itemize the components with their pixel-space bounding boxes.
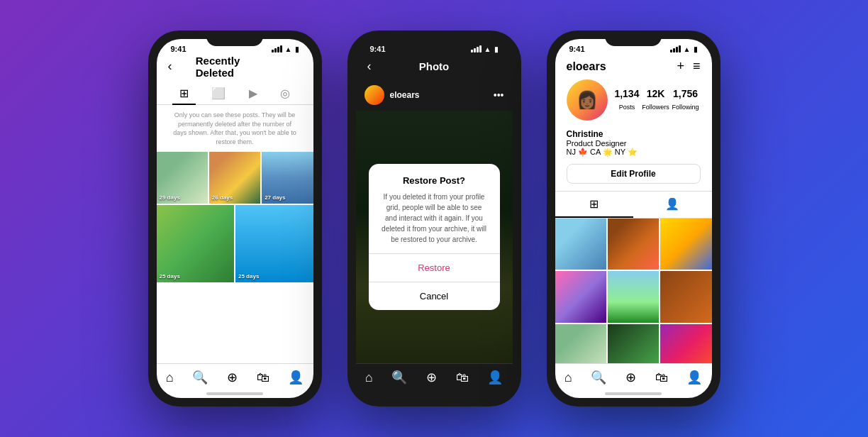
nav-search-2[interactable]: 🔍 bbox=[391, 370, 407, 385]
home-indicator-3 bbox=[605, 392, 662, 395]
status-icons-2: ▲ ▮ bbox=[471, 45, 499, 53]
tab-grid-profile[interactable]: ⊞ bbox=[555, 192, 634, 218]
battery-icon: ▮ bbox=[295, 45, 299, 53]
nav-profile-2[interactable]: 👤 bbox=[487, 370, 503, 385]
recently-deleted-header: ‹ Recently Deleted bbox=[157, 56, 313, 79]
nav-profile-active-3[interactable]: 👤 bbox=[686, 370, 702, 385]
deleted-photos-row1: 29 days 26 days 27 days bbox=[157, 152, 313, 203]
posts-count: 1,134 bbox=[614, 88, 639, 99]
posts-label: Posts bbox=[619, 104, 635, 111]
photo-main-area: Restore Post? If you deleted it from you… bbox=[356, 111, 513, 363]
edit-profile-button[interactable]: Edit Profile bbox=[567, 164, 701, 184]
nav-home-1[interactable]: ⌂ bbox=[166, 370, 174, 385]
tab-stories[interactable]: ◎ bbox=[273, 82, 297, 104]
profile-photo-1[interactable] bbox=[555, 218, 606, 270]
more-options-2[interactable]: ••• bbox=[494, 89, 504, 101]
tab-grid[interactable]: ⊞ bbox=[172, 82, 196, 104]
profile-username: eloears bbox=[567, 60, 606, 73]
nav-search-3[interactable]: 🔍 bbox=[591, 370, 606, 385]
deleted-photo-3[interactable]: 27 days bbox=[262, 152, 313, 203]
profile-photo-7[interactable] bbox=[555, 324, 606, 363]
add-post-button[interactable]: + bbox=[677, 59, 684, 74]
stat-following[interactable]: 1,756 Following bbox=[672, 88, 699, 112]
sb-2 bbox=[673, 48, 675, 52]
signal-bars bbox=[272, 45, 282, 52]
nav-home-3[interactable]: ⌂ bbox=[564, 370, 572, 385]
followers-label: Followers bbox=[642, 104, 669, 111]
tab-tagged[interactable]: 👤 bbox=[633, 192, 712, 218]
wifi-icon-3: ▲ bbox=[684, 45, 691, 53]
nav-shop-3[interactable]: 🛍 bbox=[655, 370, 668, 385]
sb3 bbox=[477, 47, 479, 52]
back-button[interactable]: ‹ bbox=[168, 59, 172, 74]
nav-profile-1[interactable]: 👤 bbox=[288, 370, 304, 385]
tab-reels[interactable]: ⬜ bbox=[204, 82, 233, 104]
battery-icon-2: ▮ bbox=[494, 45, 499, 53]
nav-shop-1[interactable]: 🛍 bbox=[257, 370, 269, 385]
sb-3 bbox=[676, 47, 678, 52]
menu-button[interactable]: ≡ bbox=[693, 59, 701, 74]
followers-count: 12K bbox=[642, 88, 669, 99]
modal-overlay: Restore Post? If you deleted it from you… bbox=[356, 111, 513, 363]
signal-bar-3 bbox=[277, 47, 279, 52]
profile-photo-grid bbox=[555, 218, 712, 363]
deleted-notice: Only you can see these posts. They will … bbox=[157, 105, 313, 152]
profile-photo-2[interactable] bbox=[608, 218, 659, 270]
sb-4 bbox=[679, 45, 681, 52]
deleted-photo-2[interactable]: 26 days bbox=[209, 152, 260, 203]
nav-search-1[interactable]: 🔍 bbox=[192, 370, 208, 385]
stat-posts: 1,134 Posts bbox=[614, 88, 639, 112]
deleted-photo-4[interactable]: 25 days bbox=[157, 205, 235, 283]
stat-followers[interactable]: 12K Followers bbox=[642, 88, 669, 112]
bio-location: NJ 🍁 CA 🌟 NY ⭐ bbox=[567, 148, 701, 157]
phone-profile: 9:41 ▲ ▮ eloears + ≡ 👩🏾 bbox=[547, 31, 720, 406]
profile-photo-8[interactable] bbox=[608, 324, 659, 363]
home-indicator-1 bbox=[206, 392, 263, 395]
profile-photo-4[interactable] bbox=[555, 271, 606, 322]
days-badge-1: 29 days bbox=[160, 194, 180, 201]
nav-add-1[interactable]: ⊕ bbox=[227, 370, 238, 385]
nav-add-3[interactable]: ⊕ bbox=[625, 370, 636, 385]
modal-title: Restore Post? bbox=[380, 175, 489, 186]
signal-bar-2 bbox=[274, 48, 277, 52]
signal-bars-2 bbox=[471, 45, 482, 52]
status-icons-1: ▲ ▮ bbox=[272, 45, 299, 53]
nav-shop-2[interactable]: 🛍 bbox=[456, 370, 469, 385]
photo-user-row: eloears ••• bbox=[356, 79, 513, 111]
header-action-icons: + ≡ bbox=[677, 59, 700, 74]
signal-bars-3 bbox=[670, 45, 681, 52]
profile-header: eloears + ≡ bbox=[555, 56, 712, 79]
username-2: eloears bbox=[390, 90, 488, 100]
nav-home-2[interactable]: ⌂ bbox=[365, 370, 373, 385]
home-indicator-2 bbox=[406, 392, 462, 395]
battery-icon-3: ▮ bbox=[694, 45, 698, 53]
bottom-nav-2: ⌂ 🔍 ⊕ 🛍 👤 bbox=[356, 363, 513, 389]
tab-video[interactable]: ▶ bbox=[242, 82, 265, 104]
photo-title: Photo bbox=[419, 60, 450, 72]
back-button-2[interactable]: ‹ bbox=[367, 59, 372, 74]
profile-photo-5[interactable] bbox=[608, 271, 659, 322]
following-label: Following bbox=[672, 104, 699, 111]
time-3: 9:41 bbox=[569, 45, 585, 53]
deleted-photos-row2: 25 days 25 days bbox=[157, 205, 313, 283]
time-1: 9:41 bbox=[171, 45, 187, 53]
sb4 bbox=[479, 45, 482, 52]
deleted-photo-1[interactable]: 29 days bbox=[157, 152, 208, 203]
days-badge-5: 25 days bbox=[238, 273, 259, 280]
profile-avatar: 👩🏾 bbox=[567, 79, 608, 121]
profile-photo-3[interactable] bbox=[660, 218, 711, 270]
modal-actions: Restore Cancel bbox=[369, 253, 500, 310]
profile-photo-9[interactable] bbox=[660, 324, 711, 363]
sb2 bbox=[474, 48, 476, 52]
notch-2 bbox=[406, 31, 462, 46]
user-avatar-2 bbox=[365, 85, 384, 105]
nav-add-2[interactable]: ⊕ bbox=[426, 370, 437, 385]
cancel-button[interactable]: Cancel bbox=[369, 282, 500, 310]
profile-photo-6[interactable] bbox=[660, 271, 711, 322]
restore-button[interactable]: Restore bbox=[369, 254, 500, 282]
photo-header: ‹ Photo bbox=[356, 56, 513, 79]
avatar-image: 👩🏾 bbox=[577, 90, 598, 110]
empty-space bbox=[157, 282, 313, 363]
deleted-photo-5[interactable]: 25 days bbox=[235, 205, 313, 283]
bottom-nav-1: ⌂ 🔍 ⊕ 🛍 👤 bbox=[157, 363, 313, 389]
